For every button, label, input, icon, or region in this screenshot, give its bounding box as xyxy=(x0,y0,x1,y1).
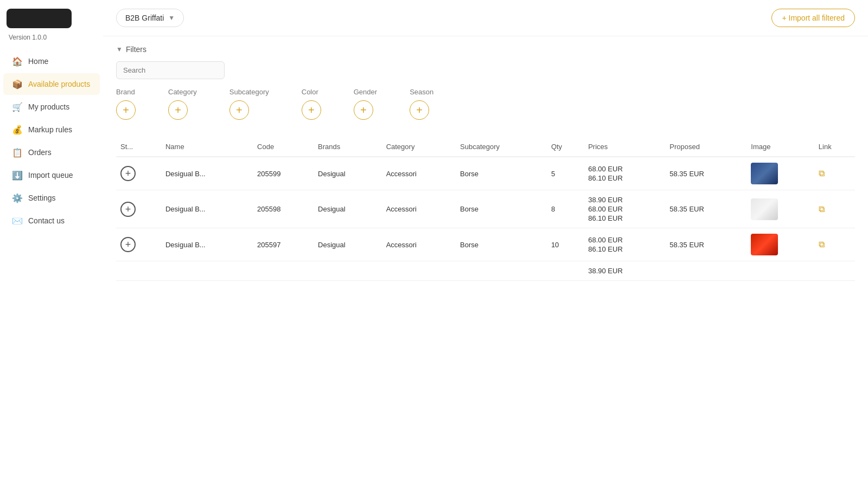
row-proposed: 58.35 EUR xyxy=(665,157,746,190)
row-category: Accessori xyxy=(382,157,456,190)
sidebar-item-contact-us[interactable]: ✉️ Contact us xyxy=(3,210,100,232)
chevron-down-icon: ▼ xyxy=(168,14,175,22)
sidebar-item-my-products[interactable]: 🛒 My products xyxy=(3,96,100,118)
filter-gender-label: Gender xyxy=(354,88,377,96)
row-subcategory: Borse xyxy=(456,228,547,261)
sidebar-item-orders[interactable]: 📋 Orders xyxy=(3,142,100,163)
filter-category: Category + xyxy=(168,88,197,120)
import-all-filtered-button[interactable]: + Import all filtered xyxy=(771,9,855,27)
row-qty: 10 xyxy=(547,228,584,261)
contact-icon: ✉️ xyxy=(12,215,23,226)
table-section: St... Name Code Brands Category Subcateg… xyxy=(103,137,868,488)
settings-icon: ⚙️ xyxy=(12,192,23,203)
external-link-icon[interactable]: ⧉ xyxy=(819,204,825,214)
add-product-button[interactable]: + xyxy=(120,202,136,217)
store-selector[interactable]: B2B Griffati ▼ xyxy=(116,9,184,27)
filter-season-label: Season xyxy=(410,88,433,96)
row-code: 205597 xyxy=(253,228,314,261)
row-brands: Desigual xyxy=(314,228,382,261)
sidebar-item-label: My products xyxy=(28,102,69,111)
price-line: 86.10 EUR xyxy=(588,174,661,182)
sidebar-item-label: Markup rules xyxy=(28,125,72,134)
table-row: 38.90 EUR xyxy=(116,261,855,281)
markup-rules-icon: 💰 xyxy=(12,124,23,135)
row-add-cell xyxy=(116,261,161,281)
filter-season-add-button[interactable]: + xyxy=(410,100,429,120)
filter-subcategory-add-button[interactable]: + xyxy=(229,100,249,120)
row-brands: Desigual xyxy=(314,190,382,228)
sidebar-item-label: Available products xyxy=(28,80,90,88)
row-name xyxy=(161,261,253,281)
add-product-button[interactable]: + xyxy=(120,237,136,252)
sidebar-version: Version 1.0.0 xyxy=(0,33,103,50)
price-line: 86.10 EUR xyxy=(588,245,661,253)
table-body: +Desigual B...205599DesigualAccessoriBor… xyxy=(116,157,855,281)
sidebar-item-label: Home xyxy=(28,57,48,66)
col-subcategory: Subcategory xyxy=(456,137,547,157)
table-row: +Desigual B...205599DesigualAccessoriBor… xyxy=(116,157,855,190)
sidebar-item-markup-rules[interactable]: 💰 Markup rules xyxy=(3,119,100,140)
row-name: Desigual B... xyxy=(161,190,253,228)
sidebar-item-available-products[interactable]: 📦 Available products xyxy=(3,73,100,95)
row-subcategory: Borse xyxy=(456,157,547,190)
sidebar-item-label: Orders xyxy=(28,148,52,157)
chevron-icon: ▼ xyxy=(116,46,123,53)
row-add-cell: + xyxy=(116,157,161,190)
main-content: B2B Griffati ▼ + Import all filtered ▼ F… xyxy=(103,0,868,488)
row-link: ⧉ xyxy=(814,190,855,228)
filter-brand: Brand + xyxy=(116,88,136,120)
store-name: B2B Griffati xyxy=(125,14,164,22)
row-category: Accessori xyxy=(382,228,456,261)
row-code: 205599 xyxy=(253,157,314,190)
row-proposed: 58.35 EUR xyxy=(665,190,746,228)
row-image xyxy=(746,157,814,190)
row-qty: 8 xyxy=(547,190,584,228)
row-prices: 38.90 EUR xyxy=(584,261,665,281)
external-link-icon[interactable]: ⧉ xyxy=(819,240,825,249)
col-brands: Brands xyxy=(314,137,382,157)
col-code: Code xyxy=(253,137,314,157)
filters-toggle[interactable]: ▼ Filters xyxy=(116,45,855,54)
row-name: Desigual B... xyxy=(161,157,253,190)
filter-color-label: Color xyxy=(302,88,318,96)
sidebar-item-settings[interactable]: ⚙️ Settings xyxy=(3,187,100,209)
row-brands: Desigual xyxy=(314,157,382,190)
available-products-icon: 📦 xyxy=(12,79,23,89)
external-link-icon[interactable]: ⧉ xyxy=(819,169,825,178)
add-product-button[interactable]: + xyxy=(120,166,136,181)
row-name: Desigual B... xyxy=(161,228,253,261)
filter-gender-add-button[interactable]: + xyxy=(354,100,373,120)
row-proposed xyxy=(665,261,746,281)
table-row: +Desigual B...205598DesigualAccessoriBor… xyxy=(116,190,855,228)
product-thumbnail xyxy=(751,234,778,255)
table-row: +Desigual B...205597DesigualAccessoriBor… xyxy=(116,228,855,261)
filter-category-label: Category xyxy=(168,88,197,96)
filters-label: Filters xyxy=(126,45,146,54)
filter-brand-add-button[interactable]: + xyxy=(116,100,136,120)
row-code xyxy=(253,261,314,281)
table-header: St... Name Code Brands Category Subcateg… xyxy=(116,137,855,157)
row-prices: 68.00 EUR86.10 EUR xyxy=(584,157,665,190)
row-image xyxy=(746,190,814,228)
col-qty: Qty xyxy=(547,137,584,157)
topbar: B2B Griffati ▼ + Import all filtered xyxy=(103,0,868,36)
import-queue-icon: ⬇️ xyxy=(12,170,23,181)
home-icon: 🏠 xyxy=(12,56,23,67)
price-line: 68.00 EUR xyxy=(588,165,661,173)
row-code: 205598 xyxy=(253,190,314,228)
row-add-cell: + xyxy=(116,228,161,261)
filter-category-add-button[interactable]: + xyxy=(168,100,188,120)
filter-subcategory-label: Subcategory xyxy=(229,88,269,96)
row-qty: 5 xyxy=(547,157,584,190)
filter-row: Brand + Category + Subcategory + Color +… xyxy=(116,88,855,120)
row-category: Accessori xyxy=(382,190,456,228)
row-proposed: 58.35 EUR xyxy=(665,228,746,261)
filter-subcategory: Subcategory + xyxy=(229,88,269,120)
search-input[interactable] xyxy=(116,61,225,79)
sidebar-item-import-queue[interactable]: ⬇️ Import queue xyxy=(3,164,100,186)
sidebar-item-label: Settings xyxy=(28,194,56,202)
sidebar-item-home[interactable]: 🏠 Home xyxy=(3,50,100,72)
orders-icon: 📋 xyxy=(12,147,23,158)
filter-color-add-button[interactable]: + xyxy=(302,100,321,120)
row-category xyxy=(382,261,456,281)
